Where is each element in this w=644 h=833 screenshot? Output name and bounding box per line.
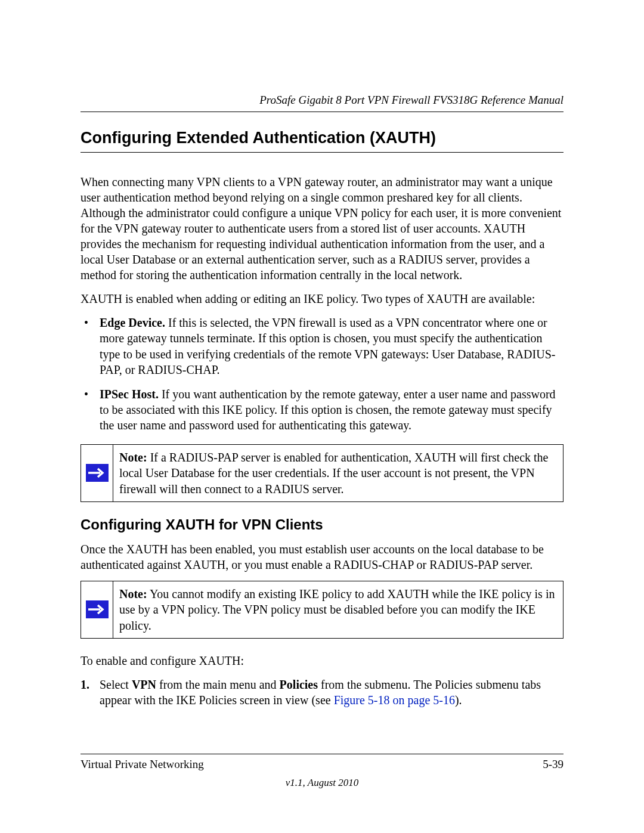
paragraph: When connecting many VPN clients to a VP… [80, 174, 564, 283]
bullet-lead: Edge Device. [100, 316, 165, 329]
cross-reference-link[interactable]: Figure 5-18 on page 5-16 [334, 693, 455, 707]
step-text: ). [455, 693, 462, 707]
running-header: ProSafe Gigabit 8 Port VPN Firewall FVS3… [80, 94, 564, 107]
note-body: If a RADIUS-PAP server is enabled for au… [119, 451, 548, 496]
note-body: You cannot modify an existing IKE policy… [119, 587, 555, 632]
footer-left: Virtual Private Networking [80, 758, 204, 771]
footer-row: Virtual Private Networking 5-39 [80, 758, 564, 771]
arrow-right-icon [86, 464, 109, 482]
heading-1: Configuring Extended Authentication (XAU… [80, 129, 564, 147]
header-rule [80, 112, 564, 112]
note-icon-cell [81, 581, 113, 638]
note-box: Note: You cannot modify an existing IKE … [80, 581, 564, 639]
bullet-list: Edge Device. If this is selected, the VP… [80, 315, 564, 433]
note-text: Note: If a RADIUS-PAP server is enabled … [113, 445, 563, 501]
footer-version: v1.1, August 2010 [80, 777, 564, 789]
footer-rule [80, 754, 564, 754]
heading-2: Configuring XAUTH for VPN Clients [80, 516, 564, 533]
note-box: Note: If a RADIUS-PAP server is enabled … [80, 444, 564, 502]
footer-page-number: 5-39 [543, 758, 564, 771]
section-rule [80, 152, 564, 153]
step-text: from the main menu and [156, 678, 280, 691]
note-icon-cell [81, 445, 113, 501]
bullet-text: If this is selected, the VPN firewall is… [100, 316, 555, 376]
document-page: ProSafe Gigabit 8 Port VPN Firewall FVS3… [0, 0, 644, 708]
paragraph: XAUTH is enabled when adding or editing … [80, 291, 564, 306]
step-text: Select [100, 678, 132, 691]
numbered-list: 1. Select VPN from the main menu and Pol… [80, 677, 564, 708]
note-text: Note: You cannot modify an existing IKE … [113, 581, 563, 638]
paragraph: Once the XAUTH has been enabled, you mus… [80, 541, 564, 572]
note-lead: Note: [119, 587, 147, 600]
step-number: 1. [80, 677, 89, 692]
page-footer: Virtual Private Networking 5-39 v1.1, Au… [80, 754, 564, 789]
list-item: 1. Select VPN from the main menu and Pol… [80, 677, 564, 708]
bullet-lead: IPSec Host. [100, 388, 159, 401]
bullet-text: If you want authentication by the remote… [100, 388, 556, 432]
list-item: Edge Device. If this is selected, the VP… [80, 315, 564, 378]
list-item: IPSec Host. If you want authentication b… [80, 386, 564, 433]
arrow-right-icon [86, 600, 109, 618]
step-bold: VPN [132, 678, 156, 691]
note-lead: Note: [119, 451, 147, 464]
step-bold: Policies [280, 678, 318, 691]
paragraph: To enable and configure XAUTH: [80, 653, 564, 668]
